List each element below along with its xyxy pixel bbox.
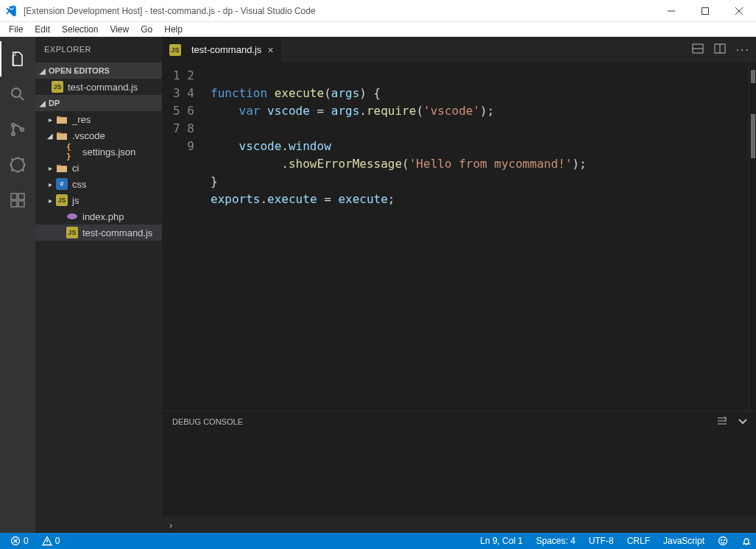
- svg-rect-0: [702, 7, 709, 14]
- window-title: [Extension Development Host] - test-comm…: [24, 6, 654, 16]
- activity-search[interactable]: [0, 77, 35, 112]
- tree-label: .vscode: [72, 130, 105, 141]
- section-folder[interactable]: ◢ DP: [35, 95, 162, 111]
- editor-group: JS test-command.js × ··· 1 2 3 4 5 6 7 8…: [162, 37, 756, 533]
- error-count: 0: [24, 536, 29, 546]
- debug-console-panel: DEBUG CONSOLE: [162, 411, 756, 517]
- more-icon[interactable]: ···: [736, 43, 750, 57]
- panel-title: DEBUG CONSOLE: [172, 417, 243, 426]
- activity-extensions[interactable]: [0, 183, 35, 218]
- tree-label: test-command.js: [82, 227, 152, 238]
- svg-point-14: [719, 537, 727, 545]
- minimize-button[interactable]: [654, 0, 688, 22]
- status-encoding[interactable]: UTF-8: [584, 536, 618, 546]
- split-vertical-icon[interactable]: [714, 43, 726, 57]
- menu-selection[interactable]: Selection: [56, 22, 104, 37]
- status-spaces[interactable]: Spaces: 4: [531, 536, 579, 546]
- status-eol[interactable]: CRLF: [623, 536, 654, 546]
- panel-chevron-down-icon[interactable]: [737, 415, 749, 428]
- sidebar-explorer: EXPLORER ◢ OPEN EDITORS JStest-command.j…: [35, 37, 162, 533]
- svg-point-3: [12, 132, 15, 135]
- js-file-icon: JS: [66, 227, 78, 238]
- activity-bar: [0, 37, 35, 533]
- panel-body[interactable]: [162, 432, 756, 517]
- status-errors[interactable]: 0: [6, 536, 33, 546]
- maximize-button[interactable]: [688, 0, 722, 22]
- json-file-icon: { }: [66, 146, 78, 157]
- tree-file[interactable]: index.php: [35, 208, 162, 224]
- editor-actions: ···: [692, 37, 756, 63]
- menu-view[interactable]: View: [104, 22, 135, 37]
- section-label: OPEN EDITORS: [49, 66, 110, 75]
- activity-git[interactable]: [0, 112, 35, 147]
- line-gutter: 1 2 3 4 5 6 7 8 9: [162, 63, 206, 411]
- svg-point-1: [12, 88, 21, 97]
- section-label: DP: [49, 99, 60, 107]
- file-tree: ▸_res◢.vscode{ }settings.json▸ci▸#css▸JS…: [35, 111, 162, 241]
- overview-ruler[interactable]: [749, 63, 756, 411]
- tree-folder[interactable]: ◢.vscode: [35, 127, 162, 144]
- chevron-right-icon: ▸: [46, 180, 54, 188]
- window-titlebar: [Extension Development Host] - test-comm…: [0, 0, 756, 22]
- tree-label: _res: [72, 114, 91, 125]
- menu-help[interactable]: Help: [158, 22, 188, 37]
- clear-console-icon[interactable]: [716, 415, 728, 428]
- tree-folder[interactable]: ▸#css: [35, 176, 162, 192]
- activity-explorer[interactable]: [0, 41, 35, 77]
- tree-folder[interactable]: ▸_res: [35, 111, 162, 127]
- tree-folder[interactable]: ▸ci: [35, 160, 162, 176]
- split-horizontal-icon[interactable]: [692, 43, 704, 57]
- status-line-col[interactable]: Ln 9, Col 1: [476, 536, 527, 546]
- chevron-down-icon: ◢: [46, 132, 54, 140]
- svg-rect-8: [11, 201, 17, 207]
- ruler-mark: [751, 70, 755, 83]
- menu-file[interactable]: File: [3, 22, 29, 37]
- menu-go[interactable]: Go: [135, 22, 158, 37]
- file-label: test-command.js: [68, 82, 138, 93]
- tree-label: settings.json: [82, 146, 135, 157]
- status-bar: 0 0 Ln 9, Col 1 Spaces: 4 UTF-8 CRLF Jav…: [0, 533, 756, 549]
- menubar: FileEditSelectionViewGoHelp: [0, 22, 756, 37]
- svg-point-15: [721, 540, 722, 541]
- status-warnings[interactable]: 0: [38, 536, 65, 546]
- chevron-down-icon: ◢: [38, 99, 47, 107]
- svg-rect-9: [18, 201, 24, 207]
- js-file-icon: JS: [56, 194, 68, 206]
- svg-rect-7: [18, 194, 24, 199]
- breadcrumb-bar[interactable]: ›: [162, 517, 756, 533]
- tree-label: ci: [72, 163, 79, 174]
- close-button[interactable]: [722, 0, 756, 22]
- status-bell-icon[interactable]: [737, 536, 756, 546]
- svg-point-10: [67, 213, 77, 219]
- js-file-icon: JS: [52, 81, 63, 93]
- activity-debug[interactable]: [0, 147, 35, 183]
- tab-label: test-command.js: [191, 44, 261, 55]
- code-area[interactable]: function execute(args) { var vscode = ar…: [206, 63, 749, 411]
- tree-folder[interactable]: ▸JSjs: [35, 192, 162, 208]
- svg-point-16: [724, 540, 725, 541]
- js-file-icon: JS: [169, 44, 181, 56]
- sidebar-title: EXPLORER: [35, 37, 162, 63]
- chevron-right-icon: ▸: [46, 196, 54, 205]
- open-editor-item[interactable]: JStest-command.js: [35, 79, 162, 95]
- code-editor[interactable]: 1 2 3 4 5 6 7 8 9 function execute(args)…: [162, 63, 756, 411]
- chevron-down-icon: ◢: [38, 67, 47, 75]
- chevron-right-icon: ▸: [46, 164, 54, 172]
- folder-icon: [56, 113, 68, 125]
- css-file-icon: #: [56, 178, 68, 190]
- tab-test-command-js[interactable]: JS test-command.js ×: [162, 37, 282, 63]
- chevron-right-icon: ▸: [46, 116, 54, 124]
- open-editors-list: JStest-command.js: [35, 79, 162, 95]
- svg-rect-6: [11, 194, 17, 199]
- status-feedback-icon[interactable]: [713, 536, 732, 546]
- php-file-icon: [66, 210, 78, 222]
- svg-point-2: [12, 124, 15, 127]
- tree-label: css: [72, 179, 87, 190]
- close-icon[interactable]: ×: [267, 45, 273, 55]
- section-open-editors[interactable]: ◢ OPEN EDITORS: [35, 63, 162, 79]
- window-controls: [654, 0, 756, 22]
- tree-file[interactable]: { }settings.json: [35, 144, 162, 160]
- menu-edit[interactable]: Edit: [29, 22, 56, 37]
- tree-file[interactable]: JStest-command.js: [35, 224, 162, 241]
- status-language[interactable]: JavaScript: [659, 536, 709, 546]
